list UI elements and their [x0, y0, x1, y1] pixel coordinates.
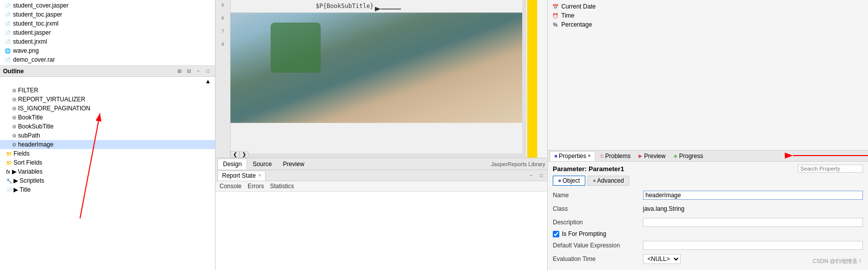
jasper-library-label: JasperReports Library	[491, 161, 545, 167]
tree-item-scriptlets[interactable]: 🔧 ▶ Scriptlets	[0, 176, 215, 185]
outline-header: Outline ⊞ ⊟ − □	[0, 66, 215, 77]
tree-item-fields[interactable]: 📁 Fields	[0, 149, 215, 158]
report-state-tab[interactable]: Report State ×	[218, 171, 266, 181]
errors-tab[interactable]: Errors	[248, 183, 264, 190]
default-value-value[interactable]	[643, 241, 863, 250]
is-for-prompting-row[interactable]: Is For Prompting	[553, 230, 863, 237]
evaluation-time-label: Evaluation Time	[553, 255, 643, 262]
tree-label: Sort Fields	[14, 159, 42, 166]
file-item-student-jasper[interactable]: 📄 student.jasper	[0, 28, 215, 37]
problems-tab-icon: ⚠	[599, 153, 604, 159]
watermark: CSDN @扫地憎圣！	[813, 257, 863, 265]
report-sub-tabs: Console Errors Statistics	[215, 181, 547, 192]
tree-item-filter[interactable]: ⚙ FILTER	[0, 86, 215, 95]
current-date-item: 📅 Current Date	[552, 2, 864, 11]
percentage-icon: %	[552, 21, 559, 28]
tree-item-subpath[interactable]: ⚙ subPath	[0, 131, 215, 140]
object-tab-label: Object	[562, 177, 580, 184]
preview-tab-label: Preview	[644, 153, 666, 160]
parameter-label: $P{BookSubTitle}	[316, 3, 374, 10]
class-value: java.lang.String	[643, 205, 863, 212]
outline-maximize-btn[interactable]: □	[204, 67, 212, 75]
tab-progress[interactable]: ◈ Progress	[670, 152, 707, 161]
advanced-tab-icon: ■	[593, 178, 595, 183]
virtualizer-icon: ⚙	[12, 97, 17, 102]
tab-source[interactable]: Source	[247, 159, 277, 170]
tree-label: BookSubTitle	[18, 123, 54, 130]
description-value[interactable]	[643, 218, 863, 227]
tab-preview[interactable]: Preview	[277, 159, 310, 170]
tree-item-sort-fields[interactable]: 📁 Sort Fields	[0, 158, 215, 167]
report-state-tab-bar: Report State × − □	[215, 170, 547, 181]
headerimage-icon: ⚙	[12, 142, 17, 148]
file-item-student-cover-jasper[interactable]: 📄 student_cover.jasper	[0, 1, 215, 10]
tab-problems[interactable]: ⚠ Problems	[595, 152, 635, 161]
file-name: student.jrxml	[13, 38, 47, 45]
scroll-left-btn[interactable]: ❮	[231, 151, 240, 158]
is-for-prompting-checkbox[interactable]	[553, 231, 559, 237]
left-panel: 📄 student_cover.jasper 📄 student_toc.jas…	[0, 0, 215, 270]
tab-preview[interactable]: ▶ Preview	[634, 152, 670, 161]
green-shape	[271, 23, 321, 73]
outline-minimize-btn[interactable]: −	[194, 67, 202, 75]
report-state-close[interactable]: ×	[258, 173, 261, 178]
vertical-scrollbar[interactable]	[522, 0, 526, 154]
object-tab[interactable]: ■ Object	[553, 176, 585, 186]
booktitle-icon: ⚙	[12, 115, 17, 120]
name-value[interactable]	[643, 191, 863, 200]
bottom-minimize-btn[interactable]: −	[527, 172, 535, 180]
file-item-demo-cover-rar[interactable]: 📄 demo_cover.rar	[0, 55, 215, 64]
tree-item-title[interactable]: 📄 ▶ Title	[0, 185, 215, 194]
outline-tree[interactable]: ▲ ⚙ FILTER ⚙ REPORT_VIRTUALIZER ⚙ IS_IGN…	[0, 77, 215, 270]
filter-icon: ⚙	[12, 88, 17, 93]
description-row: Description	[553, 217, 863, 228]
outline-title: Outline	[3, 68, 24, 75]
outline-collapse-btn[interactable]: ⊞	[175, 67, 183, 75]
right-top-items: 📅 Current Date ⏰ Time % Percentage	[548, 0, 868, 31]
outline-expand-btn[interactable]: ⊟	[185, 67, 193, 75]
advanced-tab[interactable]: ■ Advanced	[587, 176, 629, 186]
file-item-student-jrxml[interactable]: 📄 student.jrxml	[0, 37, 215, 46]
default-value-input[interactable]	[643, 241, 863, 250]
tree-item-is-ignore-pagination[interactable]: ⚙ IS_IGNORE_PAGINATION	[0, 104, 215, 113]
tree-item-book-subtitle[interactable]: ⚙ BookSubTitle	[0, 122, 215, 131]
tree-label: subPath	[18, 132, 40, 139]
horizontal-scrollbar[interactable]	[231, 154, 526, 158]
properties-tab-close[interactable]: ×	[588, 153, 591, 159]
scroll-up-icon[interactable]: ▲	[205, 78, 211, 85]
tab-properties[interactable]: ■ Properties ×	[550, 151, 595, 161]
description-input[interactable]	[643, 218, 863, 227]
tab-design[interactable]: Design	[218, 159, 247, 170]
file-name: student.jasper	[13, 29, 51, 36]
file-item-wave-png[interactable]: 🌐 wave.png	[0, 46, 215, 55]
class-row: Class java.lang.String	[553, 203, 863, 214]
props-tabs: ■ Properties × ⚠ Problems ▶ Preview ◈	[550, 151, 707, 161]
progress-tab-label: Progress	[679, 153, 703, 160]
evaluation-time-select[interactable]: <NULL>	[643, 254, 681, 264]
scriptlets-icon: 🔧	[6, 178, 12, 184]
report-content-area	[215, 192, 547, 270]
tree-item-header-image[interactable]: ⚙ headerImage	[0, 140, 215, 149]
ruler-left: 5 6 7 8	[215, 0, 231, 158]
scroll-right-btn[interactable]: ❯	[240, 151, 249, 158]
right-top-items-area: 📅 Current Date ⏰ Time % Percentage	[548, 0, 868, 151]
file-item-student-toc-jrxml[interactable]: 📄 student_toc.jrxml	[0, 19, 215, 28]
scroll-arrows: ❮ ❯	[231, 151, 249, 158]
tree-item-variables[interactable]: fx ▶ Variables	[0, 167, 215, 176]
tree-label: IS_IGNORE_PAGINATION	[18, 105, 90, 112]
file-item-student-toc-jasper[interactable]: 📄 student_toc.jasper	[0, 10, 215, 19]
statistics-tab[interactable]: Statistics	[270, 183, 294, 190]
properties-tab-label: Properties	[559, 153, 586, 160]
report-state-actions: − □	[527, 172, 545, 180]
name-input[interactable]	[643, 191, 863, 200]
parameter-title-text: Parameter: Parameter1	[553, 165, 624, 173]
search-property-input[interactable]	[798, 165, 863, 173]
description-label: Description	[553, 219, 643, 226]
tree-item-report-virtualizer[interactable]: ⚙ REPORT_VIRTUALIZER	[0, 95, 215, 104]
tree-item-book-title[interactable]: ⚙ BookTitle	[0, 113, 215, 122]
bottom-maximize-btn[interactable]: □	[537, 172, 545, 180]
class-label: Class	[553, 205, 643, 212]
center-panel: 5 6 7 8 $P{BookSubTitle}	[215, 0, 547, 270]
tree-label: Scriptlets	[20, 177, 44, 184]
console-tab[interactable]: Console	[220, 183, 242, 190]
